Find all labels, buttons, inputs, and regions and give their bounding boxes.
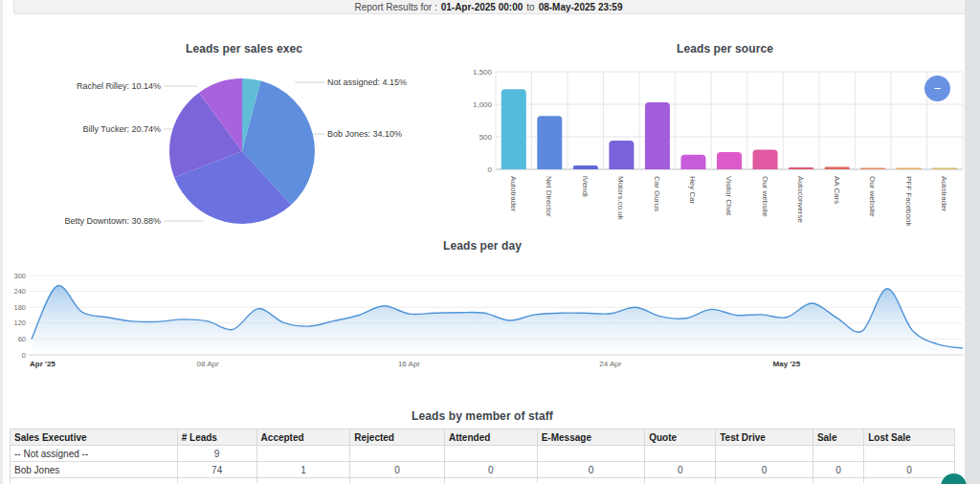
value-cell: [537, 446, 645, 462]
value-cell: [813, 478, 863, 483]
area-y-tick-label: 120: [13, 319, 26, 327]
column-header-9[interactable]: Lost Sale: [864, 429, 955, 446]
pie-slice-label: Bob Jones: 34.10%: [327, 129, 402, 139]
bar-x-tick-label: iVendi: [581, 176, 590, 197]
sales-exec-cell: [11, 478, 178, 483]
value-cell: 74: [177, 462, 256, 478]
pie-slice-label: Billy Tucker: 20.74%: [82, 124, 161, 134]
bar-x-tick-label: Visitor Chat: [724, 176, 733, 216]
leads-per-source-bar-chart: 05001,0001,500AutotraderNet DirectoriVen…: [483, 57, 967, 241]
bar-6[interactable]: [717, 152, 742, 169]
report-date-to: 08-May-2025 23:59: [539, 2, 623, 12]
bar-y-tick-label: 500: [479, 133, 493, 142]
value-cell: [350, 478, 445, 483]
bar-9[interactable]: [825, 167, 850, 169]
bar-y-tick-label: 1,500: [473, 68, 493, 77]
bar-3[interactable]: [609, 141, 634, 169]
area-x-tick-label: May '25: [773, 360, 801, 368]
report-results-label: Report Results for :: [355, 2, 437, 12]
bar-x-tick-label: Autoconverse: [796, 176, 805, 223]
column-header-1[interactable]: # Leads: [177, 429, 256, 446]
area-x-tick-label: 24 Apr: [599, 360, 621, 368]
bar-x-tick-label: Autotrader: [940, 176, 948, 212]
bar-x-tick-label: Net Director: [545, 176, 553, 217]
value-cell: 0: [444, 462, 537, 478]
bar-x-tick-label: Hey Car: [688, 176, 697, 205]
column-header-4[interactable]: Attended: [444, 429, 537, 446]
area-x-tick-label: 08 Apr: [197, 360, 219, 368]
bar-12[interactable]: [932, 168, 957, 170]
table-row: Bob Jones7410000000: [11, 462, 955, 478]
value-cell: 0: [864, 462, 955, 478]
bar-x-tick-label: Our website: [868, 176, 877, 217]
value-cell: [350, 446, 445, 462]
area-y-tick-label: 0: [22, 351, 26, 360]
value-cell: [256, 478, 350, 483]
area-x-tick-label: 16 Apr: [398, 360, 420, 368]
value-cell: [716, 446, 813, 462]
area-y-tick-label: 240: [13, 287, 26, 296]
minus-icon: −: [934, 81, 942, 96]
value-cell: [537, 478, 645, 483]
bar-x-tick-label: Car Gurus: [653, 176, 661, 211]
value-cell: 0: [350, 462, 445, 478]
bar-4[interactable]: [645, 102, 670, 169]
leads-by-staff-table: Sales Executive# LeadsAcceptedRejectedAt…: [10, 429, 955, 483]
bar-x-tick-label: PFF Facebook: [904, 176, 913, 227]
column-header-2[interactable]: Accepted: [256, 429, 350, 446]
value-cell: [813, 446, 863, 462]
column-header-7[interactable]: Test Drive: [716, 429, 813, 446]
bar-chart-title: Leads per source: [483, 42, 967, 55]
value-cell: 9: [177, 446, 256, 462]
bar-11[interactable]: [897, 168, 922, 170]
bar-10[interactable]: [860, 168, 885, 170]
staff-table-title: Leads by member of staff: [10, 409, 955, 423]
area-chart-title: Leads per day: [10, 239, 955, 253]
table-row: -- Not assigned --9: [11, 446, 955, 462]
value-cell: 0: [813, 462, 863, 478]
column-header-0[interactable]: Sales Executive: [11, 429, 178, 446]
value-cell: 0: [716, 462, 813, 478]
bar-y-tick-label: 1,000: [473, 100, 493, 109]
bar-x-tick-label: AA Cars: [833, 176, 841, 204]
table-header-row: Sales Executive# LeadsAcceptedRejectedAt…: [11, 429, 955, 446]
area-y-tick-label: 60: [18, 335, 26, 343]
sales-exec-cell: -- Not assigned --: [11, 446, 178, 462]
value-cell: [645, 446, 716, 462]
bar-2[interactable]: [573, 165, 598, 169]
column-header-3[interactable]: Rejected: [350, 429, 445, 446]
table-row-partial: [11, 478, 955, 483]
page-left-edge: [0, 0, 3, 484]
leads-per-sales-exec-pie-chart: Not assigned: 4.15%Bob Jones: 34.10%Bett…: [38, 57, 450, 231]
report-results-bar: Report Results for : 01-Apr-2025 00:00 t…: [13, 0, 966, 14]
bar-0[interactable]: [501, 89, 526, 169]
value-cell: 0: [537, 462, 645, 478]
bar-8[interactable]: [789, 167, 813, 169]
pie-chart-title: Leads per sales exec: [38, 42, 450, 55]
column-header-5[interactable]: E-Message: [537, 429, 645, 446]
value-cell: [177, 478, 256, 483]
pie-slice-label: Rachel Rilley: 10.14%: [77, 81, 161, 91]
pie-slice-label: Betty Downtown: 30.88%: [64, 216, 161, 226]
bar-7[interactable]: [753, 150, 778, 169]
value-cell: [444, 446, 537, 462]
column-header-8[interactable]: Sale: [813, 429, 863, 446]
value-cell: [256, 446, 350, 462]
report-date-from: 01-Apr-2025 00:00: [441, 2, 523, 12]
bar-y-tick-label: 0: [488, 165, 493, 174]
value-cell: [645, 478, 716, 483]
leads-per-day-area-chart: 060120180240300Apr '2508 Apr16 Apr24 Apr…: [10, 254, 967, 379]
sales-exec-cell: Bob Jones: [11, 462, 178, 478]
value-cell: 0: [645, 462, 716, 478]
bar-x-tick-label: Motors.co.uk: [616, 176, 625, 221]
value-cell: 1: [256, 462, 350, 478]
value-cell: [716, 478, 813, 483]
bar-1[interactable]: [537, 116, 562, 169]
column-header-6[interactable]: Quote: [645, 429, 716, 446]
area-x-tick-label: Apr '25: [30, 360, 56, 368]
value-cell: [444, 478, 537, 483]
scrollbar-track[interactable]: [965, 0, 980, 484]
value-cell: [864, 446, 955, 462]
bar-5[interactable]: [680, 155, 705, 169]
minimize-widget-button[interactable]: −: [924, 76, 950, 101]
